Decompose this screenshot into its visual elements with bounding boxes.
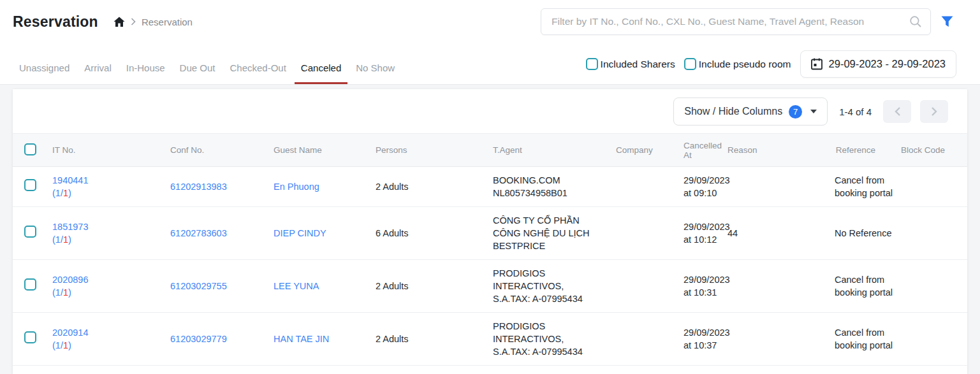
row-select-cell — [13, 313, 52, 366]
cancelled-at-cell: 29/09/2023 at 10:31 — [684, 260, 728, 313]
status-tab[interactable]: Due Out — [173, 62, 222, 84]
include-pseudo-room-checkbox[interactable] — [684, 58, 696, 70]
company-cell — [616, 167, 684, 207]
table-row: 2020914 (1/1) 61203029779 HAN TAE JIN 2 … — [13, 313, 967, 366]
reservation-table-card: Show / Hide Columns 7 1-4 of 4 IT No. — [13, 89, 967, 374]
room-split: (1/1) — [52, 233, 165, 246]
reason-cell — [728, 313, 835, 366]
reason-cell: 44 — [728, 207, 835, 260]
guest-name-link[interactable]: LEE YUNA — [274, 281, 319, 291]
status-tab[interactable]: Arrival — [78, 62, 118, 84]
included-sharers-label: Included Sharers — [601, 59, 675, 70]
date-range-value: 29-09-2023 - 29-09-2023 — [829, 58, 946, 70]
search-icon — [909, 15, 922, 31]
status-tab[interactable]: In-House — [120, 62, 172, 84]
chevron-right-icon — [131, 18, 136, 25]
it-no-link[interactable]: 2020896 — [52, 275, 88, 285]
column-header: Reason — [728, 134, 835, 167]
select-all-header-cell — [13, 134, 52, 167]
cancelled-at-cell: 29/09/2023 at 10:37 — [684, 313, 728, 366]
company-cell — [616, 207, 684, 260]
row-select-cell — [13, 207, 52, 260]
row-checkbox[interactable] — [24, 226, 36, 238]
next-page-button[interactable] — [920, 100, 948, 123]
t-agent-cell: PRODIGIOS INTERACTIVOS, S.A.TAX: A-07995… — [493, 260, 616, 313]
conf-no-cell: 61202913983 — [170, 167, 274, 207]
filter-funnel-icon[interactable] — [941, 16, 953, 27]
company-cell — [616, 260, 684, 313]
guest-name-link[interactable]: En Phuong — [274, 182, 319, 192]
select-all-checkbox[interactable] — [24, 143, 36, 155]
breadcrumb: Reservation — [113, 17, 193, 27]
home-icon[interactable] — [113, 17, 125, 27]
row-checkbox[interactable] — [24, 331, 36, 343]
guest-name-cell: En Phuong — [274, 167, 376, 207]
reference-cell: Cancel from booking portal — [835, 313, 901, 366]
reference-cell: Cancel from booking portal — [835, 260, 901, 313]
prev-page-button[interactable] — [883, 100, 911, 123]
guest-name-cell: LEE YUNA — [274, 260, 376, 313]
column-header: IT No. — [52, 134, 170, 167]
conf-no-cell: 61202783603 — [170, 207, 274, 260]
block-code-cell — [901, 260, 967, 313]
it-no-link[interactable]: 1851973 — [52, 222, 88, 232]
status-tab[interactable]: Checked-Out — [223, 62, 292, 84]
status-tab[interactable]: Unassigned — [13, 62, 76, 84]
it-no-link[interactable]: 1940441 — [52, 175, 88, 185]
included-sharers-checkbox[interactable] — [586, 58, 598, 70]
row-checkbox[interactable] — [24, 278, 36, 291]
guest-name-link[interactable]: HAN TAE JIN — [274, 334, 329, 344]
reference-cell: No Reference — [835, 207, 901, 260]
table-body: 1940441 (1/1) 61202913983 En Phuong 2 Ad… — [13, 167, 967, 366]
conf-no-link[interactable]: 61202913983 — [170, 182, 227, 192]
t-agent-cell: BOOKING.COM NL805734958B01 — [493, 167, 616, 207]
included-sharers-group: Included Sharers — [586, 58, 675, 70]
room-split: (1/1) — [52, 339, 165, 352]
conf-no-link[interactable]: 61203029755 — [170, 281, 227, 291]
chevron-left-icon — [894, 106, 901, 117]
filter-input[interactable] — [541, 8, 931, 35]
breadcrumb-current: Reservation — [142, 17, 193, 27]
reason-cell — [728, 260, 835, 313]
persons-cell: 2 Adults — [376, 313, 493, 366]
persons-cell: 6 Adults — [376, 207, 493, 260]
cancelled-at-cell: 29/09/2023 at 10:12 — [684, 207, 728, 260]
conf-no-link[interactable]: 61202783603 — [170, 228, 227, 238]
column-header: Conf No. — [170, 134, 274, 167]
guest-name-cell: HAN TAE JIN — [274, 313, 376, 366]
column-header: T.Agent — [493, 134, 616, 167]
column-header: Company — [616, 134, 684, 167]
table-row: 1851973 (1/1) 61202783603 DIEP CINDY 6 A… — [13, 207, 967, 260]
block-code-cell — [901, 167, 967, 207]
guest-name-link[interactable]: DIEP CINDY — [274, 228, 326, 238]
column-header: Cancelled At — [684, 134, 728, 167]
pagination-range: 1-4 of 4 — [839, 106, 872, 117]
column-header: Block Code — [901, 134, 967, 167]
conf-no-link[interactable]: 61203029779 — [170, 334, 227, 344]
column-header: Guest Name — [274, 134, 376, 167]
table-header-row: IT No. Conf No. Guest Name Persons T.Age… — [13, 134, 967, 167]
top-bar: Reservation Reservation — [0, 0, 980, 85]
conf-no-cell: 61203029779 — [170, 313, 274, 366]
status-tab[interactable]: Canceled — [295, 62, 347, 84]
status-tab[interactable]: No Show — [349, 62, 401, 84]
row-checkbox[interactable] — [24, 179, 36, 191]
reference-cell: Cancel from booking portal — [835, 167, 901, 207]
calendar-icon — [811, 58, 823, 70]
date-range-picker[interactable]: 29-09-2023 - 29-09-2023 — [800, 50, 956, 78]
table-toolbar: Show / Hide Columns 7 1-4 of 4 — [13, 89, 967, 133]
it-no-cell: 1940441 (1/1) — [52, 167, 170, 207]
caret-down-icon — [810, 110, 817, 113]
room-split: (1/1) — [52, 286, 165, 299]
block-code-cell — [901, 207, 967, 260]
status-tabs: Unassigned Arrival In-House Due Out Chec… — [13, 62, 401, 84]
column-header: Persons — [376, 134, 493, 167]
reservations-table: IT No. Conf No. Guest Name Persons T.Age… — [13, 133, 967, 366]
it-no-link[interactable]: 2020914 — [52, 327, 88, 338]
conf-no-cell: 61203029755 — [170, 260, 274, 313]
table-row: 2020896 (1/1) 61203029755 LEE YUNA 2 Adu… — [13, 260, 967, 313]
columns-count-badge: 7 — [789, 105, 802, 119]
show-hide-columns-button[interactable]: Show / Hide Columns 7 — [673, 97, 828, 126]
column-header: Reference — [835, 134, 901, 167]
persons-cell: 2 Adults — [376, 260, 493, 313]
